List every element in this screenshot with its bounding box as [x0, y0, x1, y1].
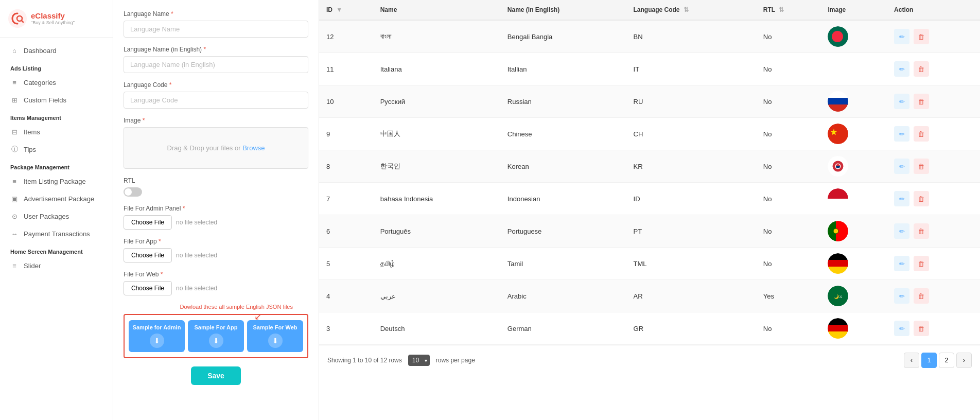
download-admin-icon: ⬇ [150, 334, 164, 348]
file-web-row: Choose File no file selected [124, 281, 308, 295]
delete-button[interactable]: 🗑 [914, 126, 929, 142]
items-icon: ⊟ [10, 128, 19, 136]
edit-button[interactable]: ✏ [894, 288, 909, 304]
sidebar-item-tips[interactable]: ⓘ Tips [0, 141, 113, 158]
prev-page-button[interactable]: ‹ [904, 353, 919, 368]
sidebar-item-payment[interactable]: ↔ Payment Transactions [0, 225, 113, 242]
cell-action: ✏ 🗑 [887, 118, 980, 150]
edit-button[interactable]: ✏ [894, 256, 909, 271]
svg-rect-29 [828, 325, 848, 332]
browse-link[interactable]: Browse [242, 144, 265, 152]
edit-button[interactable]: ✏ [894, 61, 909, 77]
cell-action: ✏ 🗑 [887, 280, 980, 312]
sidebar-item-slider[interactable]: ≡ Slider [0, 257, 113, 274]
table-footer: Showing 1 to 10 of 12 rows 102550 rows p… [319, 345, 980, 375]
cell-flag [820, 85, 887, 118]
cell-rtl: No [756, 312, 821, 345]
delete-button[interactable]: 🗑 [914, 321, 929, 336]
sidebar-section-items: Items Management [0, 109, 113, 123]
sidebar-section-ads: Ads Listing [0, 59, 113, 74]
delete-button[interactable]: 🗑 [914, 191, 929, 206]
table-body: 12 বাংলা Bengali Bangla BN No ✏ 🗑 11 Ita… [319, 20, 980, 345]
rtl-group: RTL [124, 177, 308, 197]
cell-id: 10 [319, 85, 373, 118]
edit-button[interactable]: ✏ [894, 223, 909, 239]
page-1-button[interactable]: 1 [921, 353, 937, 368]
language-code-input[interactable] [124, 92, 308, 109]
edit-button[interactable]: ✏ [894, 29, 909, 44]
svg-rect-8 [828, 98, 848, 105]
col-id[interactable]: ID ▼ [319, 0, 373, 20]
sidebar-item-item-listing[interactable]: ≡ Item Listing Package [0, 172, 113, 190]
cell-rtl: No [756, 150, 821, 183]
delete-button[interactable]: 🗑 [914, 94, 929, 109]
sample-app-card[interactable]: Sample For App ⬇ [188, 320, 244, 352]
delete-button[interactable]: 🗑 [914, 256, 929, 271]
choose-file-web-button[interactable]: Choose File [124, 281, 172, 295]
edit-button[interactable]: ✏ [894, 321, 909, 336]
sidebar-item-items[interactable]: ⊟ Items [0, 123, 113, 141]
languages-table: ID ▼ Name Name (in English) Language Cod… [319, 0, 980, 345]
grid-icon: ⊞ [10, 96, 19, 104]
choose-file-app-button[interactable]: Choose File [124, 248, 172, 262]
next-page-button[interactable]: › [956, 353, 972, 368]
table-row: 3 Deutsch German GR No ✏ 🗑 [319, 312, 980, 345]
cell-code: KR [626, 150, 756, 183]
edit-button[interactable]: ✏ [894, 126, 909, 142]
cell-id: 6 [319, 215, 373, 248]
sidebar-nav: ⌂ Dashboard Ads Listing ≡ Categories ⊞ C… [0, 38, 113, 278]
sidebar-item-advertisement[interactable]: ▣ Advertisement Package [0, 190, 113, 207]
edit-button[interactable]: ✏ [894, 94, 909, 109]
delete-button[interactable]: 🗑 [914, 159, 929, 174]
language-code-label: Language Code * [124, 81, 308, 89]
cell-id: 11 [319, 53, 373, 85]
sidebar-item-dashboard[interactable]: ⌂ Dashboard [0, 42, 113, 59]
cell-code: PT [626, 215, 756, 248]
rows-per-page-select-wrap[interactable]: 102550 [408, 355, 430, 366]
flag-image [828, 253, 848, 274]
file-web-name: no file selected [176, 285, 217, 292]
svg-rect-28 [828, 318, 848, 325]
sort-rtl-icon: ⇅ [779, 6, 783, 13]
col-rtl[interactable]: RTL ⇅ [756, 0, 821, 20]
language-name-english-group: Language Name (in English) * [124, 46, 308, 73]
delete-button[interactable]: 🗑 [914, 288, 929, 304]
language-name-label: Language Name * [124, 10, 308, 18]
edit-button[interactable]: ✏ [894, 159, 909, 174]
svg-rect-7 [828, 91, 848, 98]
col-action: Action [887, 0, 980, 20]
language-name-english-input[interactable] [124, 56, 308, 73]
cell-name: தமிழ் [373, 248, 500, 280]
delete-button[interactable]: 🗑 [914, 223, 929, 239]
edit-button[interactable]: ✏ [894, 191, 909, 206]
rtl-toggle[interactable] [124, 187, 142, 197]
sidebar-item-categories[interactable]: ≡ Categories [0, 74, 113, 91]
sample-admin-card[interactable]: Sample for Admin ⬇ [129, 320, 185, 352]
svg-rect-9 [828, 104, 848, 112]
page-2-button[interactable]: 2 [939, 353, 954, 368]
main-content: Language Name * Language Name (in Englis… [113, 0, 980, 420]
language-code-group: Language Code * [124, 81, 308, 109]
sample-web-card[interactable]: Sample For Web ⬇ [247, 320, 303, 352]
save-button[interactable]: Save [191, 366, 241, 385]
cell-action: ✏ 🗑 [887, 150, 980, 183]
delete-button[interactable]: 🗑 [914, 61, 929, 77]
sidebar-item-user-packages[interactable]: ⊙ User Packages [0, 207, 113, 225]
download-app-icon: ⬇ [209, 334, 223, 348]
cell-rtl: No [756, 183, 821, 215]
cell-id: 7 [319, 183, 373, 215]
cell-action: ✏ 🗑 [887, 248, 980, 280]
choose-file-admin-button[interactable]: Choose File [124, 215, 172, 230]
flag-image [828, 124, 848, 144]
flag-image [828, 156, 848, 177]
sidebar-item-custom-fields[interactable]: ⊞ Custom Fields [0, 91, 113, 109]
language-name-input[interactable] [124, 21, 308, 38]
rows-per-page-select[interactable]: 102550 [408, 355, 430, 366]
drag-drop-zone[interactable]: Drag & Drop your files or Browse [124, 127, 308, 169]
cell-rtl: No [756, 118, 821, 150]
delete-button[interactable]: 🗑 [914, 29, 929, 44]
file-admin-row: Choose File no file selected [124, 215, 308, 230]
cell-name-en: Bengali Bangla [500, 20, 626, 53]
cell-id: 12 [319, 20, 373, 53]
col-code[interactable]: Language Code ⇅ [626, 0, 756, 20]
